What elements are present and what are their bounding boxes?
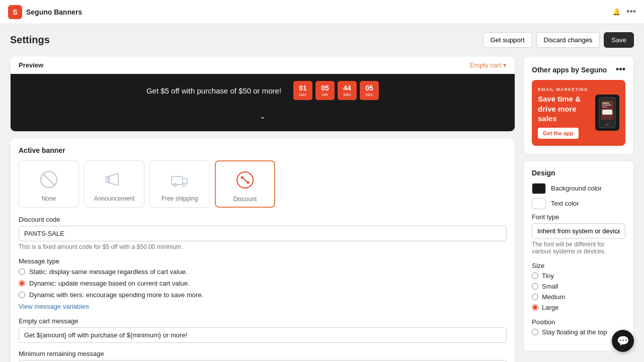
timer-block-day: 01DAY (293, 81, 312, 100)
ad-phone-mockup (595, 95, 619, 131)
position-option-stay-floating[interactable]: Stay floating at the top (532, 328, 625, 336)
svg-line-1 (43, 173, 55, 186)
size-options: Tiny Small Medium Large (532, 272, 625, 311)
banner-option-label-announcement: Announcement (94, 195, 135, 202)
active-banner-title: Active banner (19, 146, 507, 154)
header-actions: Get support Discard changes Save (483, 32, 634, 48)
more-options-icon[interactable]: ••• (626, 7, 636, 17)
preview-banner: Get $5 off with purchase of $50 or more!… (11, 74, 515, 131)
minimum-remaining-message-input[interactable] (19, 360, 507, 362)
position-label: Position (532, 318, 625, 326)
empty-cart-message-label: Empty cart message (19, 317, 507, 325)
svg-point-7 (241, 176, 244, 179)
discount-code-label: Discount code (19, 216, 507, 223)
svg-rect-3 (172, 176, 183, 185)
discount-code-input[interactable] (19, 226, 507, 241)
background-color-label: Background color (551, 185, 602, 192)
timer-block-sec: 05SEC (360, 81, 379, 100)
banner-chevron-icon: ⌄ (260, 110, 266, 124)
minimum-remaining-message-group: Minimum remaining message (19, 350, 507, 362)
svg-point-8 (247, 182, 250, 184)
ad-text-block: EMAIL MARKETING Save time & drive more s… (538, 87, 591, 139)
other-apps-card: Other apps by Seguno ••• EMAIL MARKETING… (523, 56, 634, 154)
announcement-icon (102, 167, 127, 192)
banner-row: Get $5 off with purchase of $50 or more!… (146, 81, 379, 100)
font-type-select[interactable]: Inherit from system or device (532, 223, 625, 239)
svg-rect-11 (602, 103, 609, 104)
svg-rect-12 (602, 105, 611, 106)
top-nav-right: 🔔 ••• (612, 7, 636, 17)
discount-icon (232, 167, 258, 193)
active-banner-card: Active banner None Announcement Free shi… (10, 138, 515, 362)
other-apps-header: Other apps by Seguno ••• (532, 64, 625, 75)
chat-bubble[interactable]: 💬 (612, 330, 634, 352)
design-card: Design Background color Text color Font … (523, 160, 634, 351)
app-icon: S (8, 5, 22, 19)
main-content: Preview Empty cart ▾ Get $5 off with pur… (0, 56, 644, 362)
discard-changes-button[interactable]: Discard changes (536, 32, 600, 48)
message-type-label: Message type (19, 257, 507, 265)
discount-code-hint: This is a fixed amount code for $5 off w… (19, 243, 507, 250)
message-type-option-dynamic-tiers[interactable]: Dynamic with tiers: encourage spending m… (19, 291, 507, 299)
text-color-swatch[interactable] (532, 198, 546, 209)
empty-cart-dropdown[interactable]: Empty cart ▾ (470, 61, 507, 69)
get-support-button[interactable]: Get support (483, 32, 532, 48)
svg-rect-14 (602, 110, 612, 115)
banner-options: None Announcement Free shipping Discount (19, 160, 507, 208)
message-type-radio-group: Static: display same message regardless … (19, 268, 507, 299)
right-panel: Other apps by Seguno ••• EMAIL MARKETING… (523, 56, 634, 362)
size-option-tiny[interactable]: Tiny (532, 272, 625, 280)
banner-option-discount[interactable]: Discount (215, 160, 275, 208)
message-type-option-dynamic[interactable]: Dynamic: update message based on current… (19, 280, 507, 287)
banner-option-none[interactable]: None (19, 160, 79, 208)
empty-cart-message-group: Empty cart message (19, 317, 507, 343)
size-option-medium[interactable]: Medium (532, 293, 625, 301)
other-apps-more-icon[interactable]: ••• (616, 64, 625, 75)
discount-code-group: Discount code This is a fixed amount cod… (19, 216, 507, 250)
timer-block-hr: 05HR (315, 81, 335, 100)
position-group: Position Stay floating at the top (532, 318, 625, 336)
ad-headline: Save time & drive more sales (538, 94, 591, 124)
position-options: Stay floating at the top (532, 328, 625, 336)
bell-icon[interactable]: 🔔 (612, 8, 620, 16)
preview-label: Preview (19, 61, 43, 69)
size-option-large[interactable]: Large (532, 304, 625, 311)
design-title: Design (532, 169, 625, 177)
size-option-small[interactable]: Small (532, 283, 625, 290)
ad-get-app-button[interactable]: Get the app (538, 128, 579, 139)
svg-point-15 (606, 123, 609, 126)
save-button[interactable]: Save (604, 32, 634, 48)
banner-option-label-discount: Discount (233, 196, 257, 203)
message-type-option-static[interactable]: Static: display same message regardless … (19, 268, 507, 276)
svg-rect-13 (602, 107, 607, 108)
svg-point-5 (183, 184, 186, 187)
ad-tag: EMAIL MARKETING (538, 87, 591, 92)
banner-option-free-shipping[interactable]: Free shipping (149, 160, 210, 208)
left-panel: Preview Empty cart ▾ Get $5 off with pur… (10, 56, 515, 362)
page-title: Settings (10, 34, 50, 46)
text-color-row: Text color (532, 198, 625, 209)
minimum-remaining-message-label: Minimum remaining message (19, 350, 507, 357)
phone-icon (598, 97, 616, 129)
preview-card: Preview Empty cart ▾ Get $5 off with pur… (10, 56, 515, 132)
background-color-swatch[interactable] (532, 183, 546, 194)
chevron-down-icon: ▾ (503, 61, 507, 69)
font-type-hint: The font will be different for various s… (532, 241, 625, 255)
font-type-select-wrapper: Inherit from system or device (532, 223, 625, 239)
banner-option-label-free-shipping: Free shipping (162, 195, 198, 202)
top-nav-left: S Seguno Banners (8, 5, 82, 19)
message-type-group: Message type Static: display same messag… (19, 257, 507, 310)
other-apps-title: Other apps by Seguno (532, 66, 607, 74)
view-message-variables-link[interactable]: View message variables (19, 303, 89, 310)
banner-option-announcement[interactable]: Announcement (84, 160, 144, 208)
banner-option-label-none: None (42, 195, 56, 202)
font-type-label: Font type (532, 213, 625, 221)
timer-group: 01DAY05HR44MIN05SEC (293, 81, 379, 100)
free-shipping-icon (167, 167, 192, 192)
preview-header: Preview Empty cart ▾ (11, 56, 515, 74)
none-icon (36, 167, 61, 192)
size-group: Size Tiny Small Medium Large (532, 262, 625, 311)
page-header: Settings Get support Discard changes Sav… (0, 24, 644, 56)
font-type-group: Font type Inherit from system or device … (532, 213, 625, 255)
empty-cart-message-input[interactable] (19, 327, 507, 343)
